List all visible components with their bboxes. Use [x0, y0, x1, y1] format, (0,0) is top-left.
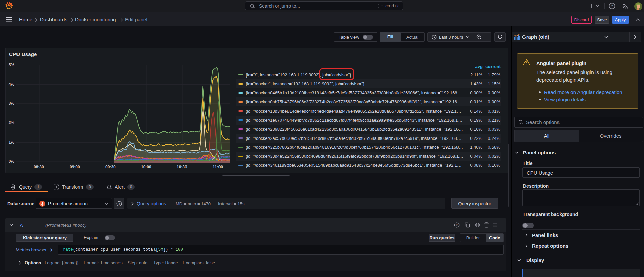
svg-text:?: ? [456, 223, 457, 227]
svg-text:?: ? [118, 202, 120, 205]
svg-text:?: ? [611, 4, 613, 8]
